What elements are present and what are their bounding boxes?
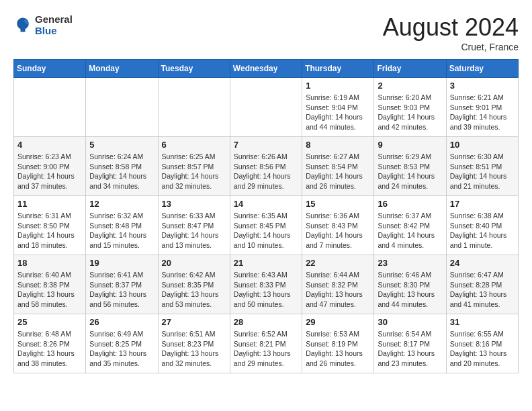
calendar-cell: 18Sunrise: 6:40 AM Sunset: 8:38 PM Dayli… [14, 255, 86, 314]
day-info: Sunrise: 6:37 AM Sunset: 8:42 PM Dayligh… [378, 211, 442, 250]
day-info: Sunrise: 6:38 AM Sunset: 8:40 PM Dayligh… [450, 211, 515, 250]
calendar-cell: 20Sunrise: 6:42 AM Sunset: 8:35 PM Dayli… [158, 255, 230, 314]
month-year: August 2024 [383, 13, 519, 42]
logo: General Blue [13, 13, 73, 36]
calendar-week-row: 11Sunrise: 6:31 AM Sunset: 8:50 PM Dayli… [14, 196, 519, 255]
day-info: Sunrise: 6:43 AM Sunset: 8:33 PM Dayligh… [234, 270, 298, 310]
calendar-cell: 26Sunrise: 6:49 AM Sunset: 8:25 PM Dayli… [86, 314, 158, 373]
col-friday: Friday [374, 60, 446, 78]
day-info: Sunrise: 6:48 AM Sunset: 8:26 PM Dayligh… [17, 329, 82, 369]
col-sunday: Sunday [14, 60, 86, 78]
col-tuesday: Tuesday [158, 60, 230, 78]
day-number: 5 [89, 140, 154, 150]
day-number: 27 [162, 317, 226, 327]
day-info: Sunrise: 6:40 AM Sunset: 8:38 PM Dayligh… [17, 270, 82, 310]
day-info: Sunrise: 6:19 AM Sunset: 9:04 PM Dayligh… [306, 93, 370, 132]
day-number: 11 [17, 199, 82, 209]
day-number: 16 [378, 199, 442, 209]
calendar-table: Sunday Monday Tuesday Wednesday Thursday… [13, 59, 519, 373]
calendar-cell: 17Sunrise: 6:38 AM Sunset: 8:40 PM Dayli… [446, 196, 518, 255]
calendar-cell: 22Sunrise: 6:44 AM Sunset: 8:32 PM Dayli… [302, 255, 374, 314]
day-info: Sunrise: 6:36 AM Sunset: 8:43 PM Dayligh… [306, 211, 370, 250]
calendar-cell: 3Sunrise: 6:21 AM Sunset: 9:01 PM Daylig… [446, 78, 518, 137]
calendar-cell: 30Sunrise: 6:54 AM Sunset: 8:17 PM Dayli… [374, 314, 446, 373]
calendar-cell: 21Sunrise: 6:43 AM Sunset: 8:33 PM Dayli… [230, 255, 302, 314]
day-number: 10 [450, 140, 515, 150]
day-info: Sunrise: 6:26 AM Sunset: 8:56 PM Dayligh… [234, 152, 298, 191]
calendar-cell: 1Sunrise: 6:19 AM Sunset: 9:04 PM Daylig… [302, 78, 374, 137]
calendar-cell: 2Sunrise: 6:20 AM Sunset: 9:03 PM Daylig… [374, 78, 446, 137]
calendar-cell: 11Sunrise: 6:31 AM Sunset: 8:50 PM Dayli… [14, 196, 86, 255]
day-info: Sunrise: 6:41 AM Sunset: 8:37 PM Dayligh… [89, 270, 154, 310]
calendar-week-row: 4Sunrise: 6:23 AM Sunset: 9:00 PM Daylig… [14, 137, 519, 196]
day-number: 31 [450, 317, 515, 327]
calendar-week-row: 1Sunrise: 6:19 AM Sunset: 9:04 PM Daylig… [14, 78, 519, 137]
calendar-cell: 15Sunrise: 6:36 AM Sunset: 8:43 PM Dayli… [302, 196, 374, 255]
day-info: Sunrise: 6:24 AM Sunset: 8:58 PM Dayligh… [89, 152, 154, 191]
calendar-body: 1Sunrise: 6:19 AM Sunset: 9:04 PM Daylig… [14, 78, 519, 373]
day-number: 3 [450, 81, 515, 91]
day-number: 23 [378, 258, 442, 268]
day-number: 25 [17, 317, 82, 327]
calendar-cell: 25Sunrise: 6:48 AM Sunset: 8:26 PM Dayli… [14, 314, 86, 373]
calendar-week-row: 25Sunrise: 6:48 AM Sunset: 8:26 PM Dayli… [14, 314, 519, 373]
day-info: Sunrise: 6:21 AM Sunset: 9:01 PM Dayligh… [450, 93, 515, 132]
calendar-cell: 13Sunrise: 6:33 AM Sunset: 8:47 PM Dayli… [158, 196, 230, 255]
calendar-cell: 10Sunrise: 6:30 AM Sunset: 8:51 PM Dayli… [446, 137, 518, 196]
col-saturday: Saturday [446, 60, 518, 78]
day-info: Sunrise: 6:54 AM Sunset: 8:17 PM Dayligh… [378, 329, 442, 369]
calendar-cell [230, 78, 302, 137]
day-number: 7 [234, 140, 298, 150]
day-number: 6 [162, 140, 226, 150]
day-number: 9 [378, 140, 442, 150]
title-block: August 2024 Cruet, France [383, 13, 519, 52]
day-info: Sunrise: 6:25 AM Sunset: 8:57 PM Dayligh… [162, 152, 226, 191]
day-number: 20 [162, 258, 226, 268]
day-number: 17 [450, 199, 515, 209]
day-info: Sunrise: 6:30 AM Sunset: 8:51 PM Dayligh… [450, 152, 515, 191]
col-monday: Monday [86, 60, 158, 78]
calendar-cell: 6Sunrise: 6:25 AM Sunset: 8:57 PM Daylig… [158, 137, 230, 196]
day-number: 24 [450, 258, 515, 268]
day-info: Sunrise: 6:29 AM Sunset: 8:53 PM Dayligh… [378, 152, 442, 191]
day-number: 19 [89, 258, 154, 268]
day-number: 29 [306, 317, 370, 327]
day-info: Sunrise: 6:23 AM Sunset: 9:00 PM Dayligh… [17, 152, 82, 191]
day-number: 15 [306, 199, 370, 209]
day-info: Sunrise: 6:52 AM Sunset: 8:21 PM Dayligh… [234, 329, 298, 369]
calendar-cell [158, 78, 230, 137]
calendar-cell: 9Sunrise: 6:29 AM Sunset: 8:53 PM Daylig… [374, 137, 446, 196]
logo-text: General Blue [35, 13, 73, 36]
day-info: Sunrise: 6:44 AM Sunset: 8:32 PM Dayligh… [306, 270, 370, 310]
calendar-cell: 19Sunrise: 6:41 AM Sunset: 8:37 PM Dayli… [86, 255, 158, 314]
day-number: 26 [89, 317, 154, 327]
day-info: Sunrise: 6:32 AM Sunset: 8:48 PM Dayligh… [89, 211, 154, 250]
day-number: 28 [234, 317, 298, 327]
header-row: Sunday Monday Tuesday Wednesday Thursday… [14, 60, 519, 78]
day-number: 2 [378, 81, 442, 91]
page-header: General Blue August 2024 Cruet, France [13, 13, 519, 52]
col-thursday: Thursday [302, 60, 374, 78]
location: Cruet, France [383, 42, 519, 52]
day-info: Sunrise: 6:55 AM Sunset: 8:16 PM Dayligh… [450, 329, 515, 369]
calendar-cell [14, 78, 86, 137]
day-info: Sunrise: 6:33 AM Sunset: 8:47 PM Dayligh… [162, 211, 226, 250]
calendar-cell: 14Sunrise: 6:35 AM Sunset: 8:45 PM Dayli… [230, 196, 302, 255]
day-info: Sunrise: 6:27 AM Sunset: 8:54 PM Dayligh… [306, 152, 370, 191]
logo-icon [13, 15, 32, 34]
calendar-cell: 24Sunrise: 6:47 AM Sunset: 8:28 PM Dayli… [446, 255, 518, 314]
day-number: 4 [17, 140, 82, 150]
calendar-cell: 8Sunrise: 6:27 AM Sunset: 8:54 PM Daylig… [302, 137, 374, 196]
day-number: 13 [162, 199, 226, 209]
day-number: 12 [89, 199, 154, 209]
day-info: Sunrise: 6:35 AM Sunset: 8:45 PM Dayligh… [234, 211, 298, 250]
day-number: 21 [234, 258, 298, 268]
calendar-cell: 28Sunrise: 6:52 AM Sunset: 8:21 PM Dayli… [230, 314, 302, 373]
calendar-cell: 7Sunrise: 6:26 AM Sunset: 8:56 PM Daylig… [230, 137, 302, 196]
day-info: Sunrise: 6:53 AM Sunset: 8:19 PM Dayligh… [306, 329, 370, 369]
calendar-cell: 4Sunrise: 6:23 AM Sunset: 9:00 PM Daylig… [14, 137, 86, 196]
day-info: Sunrise: 6:31 AM Sunset: 8:50 PM Dayligh… [17, 211, 82, 250]
calendar-header: Sunday Monday Tuesday Wednesday Thursday… [14, 60, 519, 78]
calendar-cell [86, 78, 158, 137]
calendar-week-row: 18Sunrise: 6:40 AM Sunset: 8:38 PM Dayli… [14, 255, 519, 314]
